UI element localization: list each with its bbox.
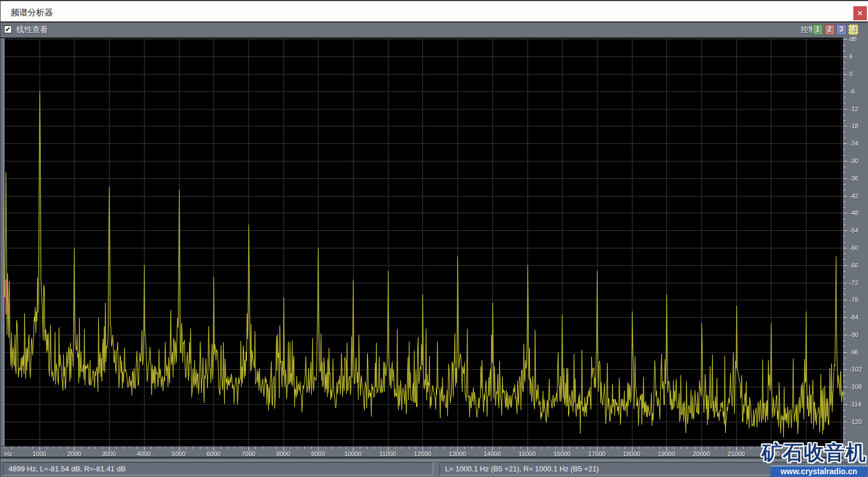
- db-tick: [844, 416, 845, 417]
- freq-tick-label: 16000: [553, 450, 571, 457]
- freq-tick: [242, 447, 242, 449]
- db-tick: [844, 178, 847, 179]
- freq-tick-label: 9000: [311, 450, 325, 457]
- control-button-3[interactable]: 3: [836, 24, 847, 35]
- db-tick: [844, 184, 845, 185]
- freq-tick: [750, 447, 751, 449]
- db-tick: [844, 283, 847, 283]
- db-tick-label: 6: [849, 53, 853, 60]
- db-tick: [844, 427, 845, 428]
- freq-tick: [207, 447, 207, 449]
- linear-view-label: 线性查看: [16, 25, 48, 35]
- db-tick: [844, 265, 847, 266]
- spectrum-plot[interactable]: [3, 38, 843, 446]
- window-title: 频谱分析器: [11, 7, 53, 18]
- db-tick-label: -18: [849, 122, 858, 129]
- freq-tick-label: 8000: [276, 450, 290, 457]
- freq-tick: [290, 447, 291, 449]
- db-tick: [844, 323, 845, 323]
- freq-tick-label: 11000: [380, 450, 396, 457]
- db-tick: [844, 138, 845, 138]
- freq-tick: [604, 447, 604, 449]
- freq-tick: [5, 447, 5, 449]
- freq-tick: [137, 447, 137, 449]
- db-tick: [844, 103, 845, 103]
- freq-tick: [151, 447, 151, 449]
- db-tick: [844, 80, 845, 80]
- freq-tick: [95, 447, 95, 449]
- db-tick: [844, 317, 847, 318]
- db-tick: [844, 213, 847, 213]
- linear-view-checkbox[interactable]: ✔: [4, 25, 12, 33]
- db-tick-label: 0: [849, 71, 853, 77]
- freq-tick: [193, 447, 193, 449]
- db-tick-label: -54: [849, 227, 858, 234]
- freq-tick: [653, 447, 653, 449]
- freq-tick-label: 5000: [172, 450, 185, 457]
- freq-tick: [555, 447, 556, 449]
- freq-tick: [234, 447, 235, 449]
- freq-tick: [102, 447, 103, 449]
- freq-tick: [674, 447, 674, 449]
- freq-tick: [374, 447, 374, 449]
- spectrum-canvas[interactable]: [5, 38, 843, 446]
- freq-tick-label: 3000: [102, 450, 116, 457]
- db-tick: [844, 45, 845, 46]
- freq-tick: [534, 447, 535, 449]
- db-tick: [844, 207, 845, 208]
- db-tick: [844, 294, 845, 295]
- db-tick-label: -30: [849, 157, 858, 164]
- watermark-url: www.crystalradio.cn: [770, 466, 867, 477]
- db-tick-label: -60: [849, 244, 858, 251]
- freq-tick-label: 14000: [484, 450, 501, 457]
- db-tick: [844, 253, 845, 254]
- db-tick: [844, 335, 847, 335]
- control-button-1[interactable]: 1: [813, 24, 823, 35]
- freq-tick: [221, 447, 221, 449]
- freq-tick: [513, 447, 514, 449]
- close-button[interactable]: ✕: [853, 6, 867, 20]
- db-tick: [844, 91, 847, 92]
- freq-tick: [639, 447, 639, 449]
- db-tick: [844, 219, 845, 220]
- db-tick: [844, 329, 845, 330]
- freq-tick: [19, 447, 19, 449]
- freq-tick: [367, 447, 368, 449]
- freq-tick: [116, 447, 116, 449]
- freq-tick: [402, 447, 402, 449]
- control-button-2[interactable]: 2: [825, 24, 835, 35]
- db-tick: [844, 312, 845, 312]
- toolbar: ✔ 线性查看 控制 1 2 3 4: [1, 23, 868, 38]
- freq-tick: [416, 447, 416, 449]
- freq-tick: [46, 447, 47, 449]
- freq-tick: [548, 447, 549, 449]
- db-tick: [844, 352, 847, 353]
- freq-tick: [583, 447, 583, 449]
- db-tick: [844, 149, 845, 150]
- db-tick: [844, 56, 847, 57]
- freq-tick-label: 10000: [344, 450, 362, 457]
- freq-tick: [541, 447, 542, 449]
- db-tick: [844, 404, 847, 405]
- db-tick: [844, 422, 847, 422]
- watermark-title: 矿石收音机: [762, 439, 866, 467]
- freq-tick: [729, 447, 730, 449]
- freq-tick: [339, 447, 339, 449]
- freq-tick-label: 1000: [32, 450, 46, 457]
- db-tick: [844, 358, 845, 358]
- freq-tick: [430, 447, 430, 449]
- freq-tick: [381, 447, 381, 449]
- db-tick: [844, 109, 847, 110]
- freq-tick: [506, 447, 507, 449]
- freq-tick: [325, 447, 326, 449]
- db-tick: [844, 288, 845, 289]
- db-tick: [844, 120, 845, 121]
- db-tick-label: -24: [849, 140, 858, 147]
- freq-tick: [485, 447, 486, 449]
- freq-tick: [451, 447, 451, 449]
- db-tick-label: -90: [849, 331, 858, 338]
- freq-tick: [708, 447, 709, 449]
- freq-tick: [32, 447, 33, 449]
- freq-tick: [472, 447, 472, 449]
- control-button-4[interactable]: 4: [848, 24, 858, 35]
